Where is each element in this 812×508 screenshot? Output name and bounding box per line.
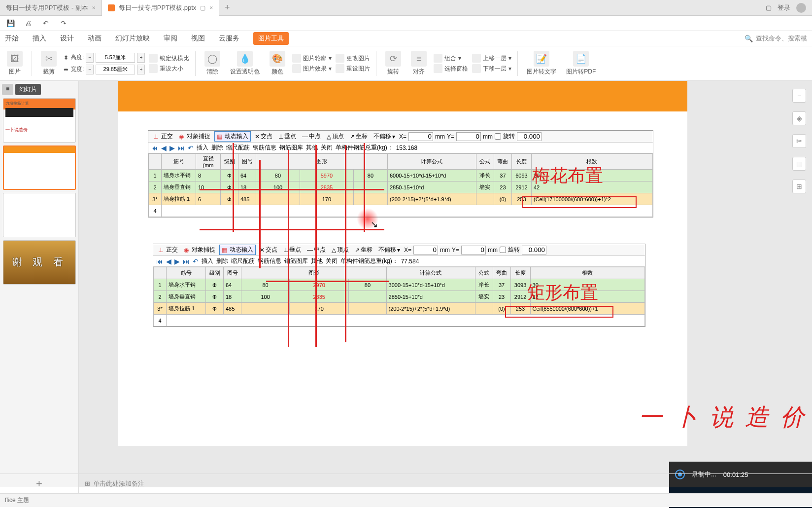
rotate-check[interactable] xyxy=(495,133,501,140)
ribbon-clear[interactable]: ◯ 清除 xyxy=(202,51,223,76)
y-input[interactable] xyxy=(456,132,481,141)
dyn-btn[interactable]: ▦动态输入 xyxy=(219,245,256,255)
menu-design[interactable]: 设计 xyxy=(60,34,74,43)
insert-btn[interactable]: 插入 xyxy=(197,144,208,152)
thumb-4[interactable]: 谢 观 看 xyxy=(3,240,76,285)
top-btn[interactable]: △顶点 xyxy=(325,132,346,141)
reset-pic[interactable]: 重设图片 xyxy=(336,64,370,73)
tab-add[interactable]: + xyxy=(219,2,235,13)
print-icon[interactable]: 🖨 xyxy=(23,18,34,29)
search-icon[interactable]: 🔍 xyxy=(744,35,753,42)
perp-btn[interactable]: ⊥垂点 xyxy=(276,132,298,141)
tab-doc1[interactable]: 每日一技专用PPT模板 - 副本 × xyxy=(0,0,102,16)
tab-doc2[interactable]: 每日一技专用PPT模板.pptx ▢ × xyxy=(102,0,219,16)
slide-canvas[interactable]: ⊥正交 ◉对象捕捉 ▦动态输入 ✕交点 ⊥垂点 —中点 △顶点 ↗坐标 不偏移 … xyxy=(79,81,812,487)
annotation-line xyxy=(288,150,289,347)
slide-sidebar: ■ 幻灯片 力墙拉筋计算 一卜说造价 谢 观 看 xyxy=(0,81,79,487)
restore-icon[interactable]: ▢ xyxy=(200,4,205,11)
cross-btn[interactable]: ✕交点 xyxy=(253,132,274,141)
notes-area[interactable]: ⊞ 单击此处添加备注 xyxy=(79,479,144,488)
height-dec[interactable]: − xyxy=(86,53,94,63)
width-dec[interactable]: − xyxy=(86,65,94,74)
snap-btn[interactable]: ◉对象捕捉 xyxy=(182,246,217,254)
menu-review[interactable]: 审阅 xyxy=(164,34,177,43)
quick-access-bar: 💾 🖨 ↶ ↷ xyxy=(0,16,812,31)
thumb-2[interactable] xyxy=(3,145,76,190)
ribbon-topdf[interactable]: 📄 图片转PDF xyxy=(563,51,599,76)
effect[interactable]: 图片效果 ▾ xyxy=(292,64,332,73)
lock-ratio[interactable]: 锁定纵横比 xyxy=(149,54,189,63)
close-icon[interactable]: × xyxy=(92,4,96,11)
ribbon: 🖼 图片 ✂ 裁剪 ⬍ 高度: − + ⬌ 宽度: − + 锁定纵横比 重设大小… xyxy=(0,46,812,81)
zoom-out-icon[interactable]: − xyxy=(792,89,806,103)
delete-btn[interactable]: 删除 xyxy=(211,144,223,152)
slide-view-btn[interactable]: 幻灯片 xyxy=(15,84,41,95)
login-label[interactable]: 登录 xyxy=(778,3,790,12)
menu-anim[interactable]: 动画 xyxy=(88,34,102,43)
width-inc[interactable]: + xyxy=(137,65,145,74)
undo-icon[interactable]: ↶ xyxy=(40,18,51,29)
layers-icon[interactable]: ◈ xyxy=(792,111,806,125)
menu-start[interactable]: 开始 xyxy=(5,34,19,43)
ribbon-totext[interactable]: 📝 图片转文字 xyxy=(524,51,559,76)
offset-btn[interactable]: 不偏移 ▾ xyxy=(372,132,397,141)
ribbon-color[interactable]: 🎨 颜色 xyxy=(267,51,288,76)
ortho-btn[interactable]: ⊥正交 xyxy=(151,132,175,141)
bottom-bar: + ⊞ 单击此处添加备注 ffice 主题 xyxy=(0,473,812,508)
first-icon: ⏮ xyxy=(151,144,158,152)
height-input[interactable] xyxy=(96,53,135,63)
mid-btn[interactable]: —中点 xyxy=(300,132,323,141)
rebar-subbar-1: ⏮◀▶⏭↶ 插入 删除 缩尺配筋 钢筋信息 钢筋图库 其他 关闭 单构件钢筋总重… xyxy=(148,143,653,153)
up-layer[interactable]: 上移一层 ▾ xyxy=(472,54,511,63)
ortho-btn[interactable]: ⊥正交 xyxy=(156,246,180,254)
main-area: ■ 幻灯片 力墙拉筋计算 一卜说造价 谢 观 看 ⊥正交 xyxy=(0,81,812,487)
save-icon[interactable]: 💾 xyxy=(5,18,16,29)
close-btn[interactable]: 关闭 xyxy=(321,144,333,152)
format-icon[interactable]: ▦ xyxy=(792,157,806,171)
change-icon xyxy=(336,54,344,63)
ribbon-image[interactable]: 🖼 图片 xyxy=(4,51,26,76)
x-input[interactable] xyxy=(408,132,433,141)
height-inc[interactable]: + xyxy=(137,53,145,63)
dyn-btn[interactable]: ▦动态输入 xyxy=(214,131,251,142)
menu-view[interactable]: 视图 xyxy=(191,34,205,43)
window-mode-icon[interactable]: ▢ xyxy=(766,4,772,11)
menu-insert[interactable]: 插入 xyxy=(33,34,46,43)
coord-btn[interactable]: ↗坐标 xyxy=(348,132,370,141)
crop-tool-icon[interactable]: ✂ xyxy=(792,134,806,148)
change-pic[interactable]: 更改图片 xyxy=(336,54,370,63)
select-pane[interactable]: 选择窗格 xyxy=(434,64,468,73)
snap-btn[interactable]: ◉对象捕捉 xyxy=(177,132,212,141)
add-slide-button[interactable]: + xyxy=(0,474,79,493)
scale-btn[interactable]: 缩尺配筋 xyxy=(226,144,250,152)
menu-cloud[interactable]: 云服务 xyxy=(219,34,239,43)
outline-view-btn[interactable]: ■ xyxy=(2,84,13,95)
rotate-input[interactable] xyxy=(517,132,541,141)
ribbon-rotate[interactable]: ⟳ 旋转 xyxy=(382,51,404,76)
prev-icon: ◀ xyxy=(161,144,167,152)
width-input[interactable] xyxy=(96,65,135,74)
outline[interactable]: 图片轮廓 ▾ xyxy=(292,54,332,63)
down-layer[interactable]: 下移一层 ▾ xyxy=(472,64,511,73)
close-icon[interactable]: × xyxy=(209,4,213,11)
group[interactable]: 组合 ▾ xyxy=(434,54,468,63)
nav-icons[interactable]: ⏮◀▶⏭↶ xyxy=(151,144,194,152)
grid-icon[interactable]: ⊞ xyxy=(792,180,806,193)
ribbon-crop[interactable]: ✂ 裁剪 xyxy=(38,51,60,76)
menu-picture-tools[interactable]: 图片工具 xyxy=(253,32,289,45)
menu-slideshow[interactable]: 幻灯片放映 xyxy=(115,34,150,43)
reset-size[interactable]: 重设大小 xyxy=(149,64,189,73)
thumb-1[interactable]: 力墙拉筋计算 一卜说造价 xyxy=(3,98,76,143)
search-placeholder[interactable]: 查找命令、搜索模 xyxy=(756,34,807,43)
lib-btn[interactable]: 钢筋图库 xyxy=(279,144,303,152)
right-tool-strip: − ◈ ✂ ▦ ⊞ xyxy=(792,89,808,193)
avatar[interactable] xyxy=(796,3,806,13)
down-icon xyxy=(472,64,481,73)
tab1-label: 每日一技专用PPT模板 - 副本 xyxy=(6,3,88,12)
ribbon-align[interactable]: ≡ 对齐 xyxy=(408,51,430,76)
slide: ⊥正交 ◉对象捕捉 ▦动态输入 ✕交点 ⊥垂点 —中点 △顶点 ↗坐标 不偏移 … xyxy=(118,81,687,446)
info-btn[interactable]: 钢筋信息 xyxy=(253,144,276,152)
ribbon-trans[interactable]: 💧 设置透明色 xyxy=(227,51,263,76)
redo-icon[interactable]: ↷ xyxy=(58,18,69,29)
thumb-3[interactable] xyxy=(3,193,76,237)
